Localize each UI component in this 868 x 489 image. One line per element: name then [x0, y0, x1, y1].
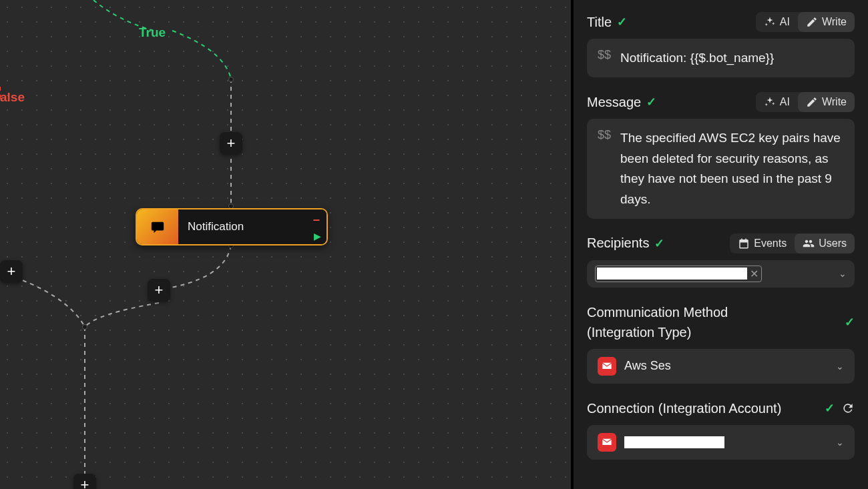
write-button[interactable]: Write	[798, 92, 855, 112]
comm-method-select[interactable]: Aws Ses ⌄	[587, 349, 855, 384]
play-icon[interactable]: ▶	[314, 231, 321, 241]
notification-node-body: Notification − ▶	[178, 209, 327, 244]
ai-button[interactable]: AI	[756, 92, 798, 112]
branch-true-label: True	[139, 25, 166, 40]
write-button[interactable]: Write	[798, 12, 855, 32]
recipient-value-masked	[597, 268, 747, 280]
recipients-field-label: Recipients	[587, 235, 649, 251]
add-node-button[interactable]: +	[73, 474, 96, 489]
pencil-icon	[806, 96, 818, 108]
title-value: Notification: {{$.bot_name}}	[620, 48, 844, 68]
notification-node-title: Notification	[188, 220, 244, 233]
recipients-select[interactable]: ✕ ⌄	[587, 260, 855, 288]
title-input[interactable]: $$ Notification: {{$.bot_name}}	[587, 39, 855, 77]
recipients-mode-toggle: Events Users	[730, 233, 855, 254]
check-icon: ✓	[617, 15, 627, 29]
minus-icon[interactable]: −	[312, 213, 320, 227]
speech-bubble-icon	[150, 219, 165, 234]
chevron-down-icon: ⌄	[836, 437, 844, 448]
connection-value-masked	[624, 436, 724, 448]
check-icon: ✓	[825, 401, 835, 416]
aws-ses-icon	[598, 357, 616, 376]
recipient-tag[interactable]: ✕	[595, 266, 762, 282]
chevron-down-icon: ⌄	[836, 361, 844, 372]
check-icon: ✓	[654, 236, 664, 251]
pencil-icon	[806, 16, 818, 28]
check-icon: ✓	[845, 315, 855, 330]
users-icon	[803, 237, 815, 250]
remove-tag-icon[interactable]: ✕	[750, 268, 758, 280]
connection-dot[interactable]	[82, 324, 87, 330]
add-node-button[interactable]: +	[0, 260, 23, 283]
calendar-icon	[738, 237, 750, 250]
check-icon: ✓	[646, 95, 656, 109]
ai-button[interactable]: AI	[756, 12, 798, 32]
message-field-label: Message	[587, 95, 641, 110]
notification-node-icon-area	[137, 209, 178, 244]
connection-field-label: Connection (Integration Account)	[587, 398, 781, 418]
connection-dot[interactable]	[228, 77, 234, 82]
message-value: The specified AWS EC2 key pairs have bee…	[620, 128, 844, 209]
properties-panel: Title ✓ AI Write $$ Notification: {{$.bo…	[574, 0, 868, 489]
template-prefix: $$	[598, 48, 611, 62]
aws-ses-icon	[598, 433, 616, 452]
branch-false-label: alse	[0, 90, 25, 105]
add-node-button[interactable]: +	[220, 132, 242, 155]
title-mode-toggle: AI Write	[756, 12, 855, 32]
comm-method-field-label: Communication Method (Integration Type)	[587, 302, 787, 342]
message-input[interactable]: $$ The specified AWS EC2 key pairs have …	[587, 119, 855, 219]
add-node-button[interactable]: +	[148, 279, 170, 302]
sparkle-icon	[764, 16, 776, 28]
message-mode-toggle: AI Write	[756, 92, 855, 112]
events-button[interactable]: Events	[730, 233, 795, 254]
users-button[interactable]: Users	[795, 233, 855, 254]
refresh-icon[interactable]	[841, 402, 855, 415]
notification-node[interactable]: Notification − ▶	[136, 208, 328, 246]
template-prefix: $$	[598, 128, 611, 142]
comm-method-value: Aws Ses	[624, 359, 671, 373]
connection-select[interactable]: ⌄	[587, 425, 855, 460]
title-field-label: Title	[587, 15, 612, 30]
chevron-down-icon: ⌄	[839, 268, 847, 279]
workflow-canvas[interactable]: True alse + + + + Notification − ▶	[0, 0, 571, 489]
sparkle-icon	[764, 96, 776, 108]
